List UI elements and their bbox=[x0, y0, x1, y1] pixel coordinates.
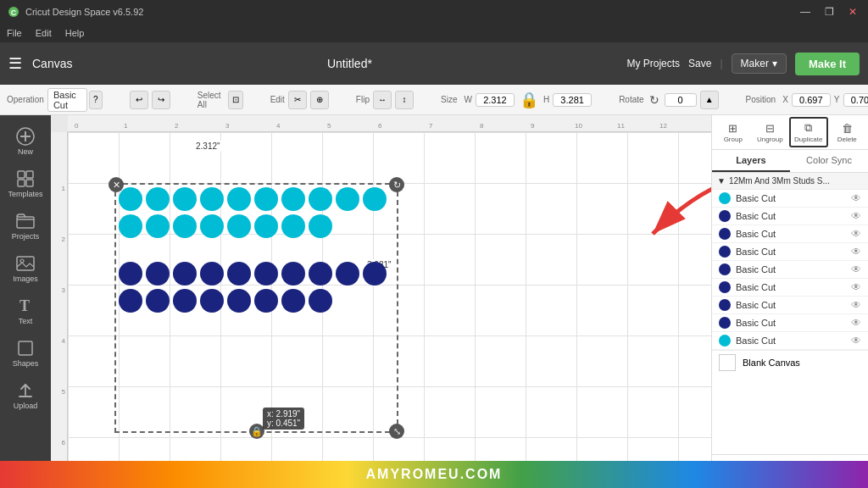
my-projects-button[interactable]: My Projects bbox=[626, 58, 680, 69]
sidebar-upload-label: Upload bbox=[14, 402, 38, 410]
dim-width-label: 2.312" bbox=[193, 141, 223, 152]
flip-v-button[interactable]: ↕ bbox=[395, 91, 414, 109]
delete-button[interactable]: 🗑 Delete bbox=[830, 119, 865, 146]
size-label: Size bbox=[441, 95, 457, 104]
upload-icon bbox=[16, 381, 35, 400]
layer-item-6[interactable]: Basic Cut 👁 bbox=[712, 297, 868, 314]
make-it-button[interactable]: Make It bbox=[795, 53, 860, 75]
ruler-h-0: 0 bbox=[75, 122, 78, 130]
dot-navy-3-7 bbox=[281, 262, 305, 286]
sidebar-item-text[interactable]: T Text bbox=[3, 291, 47, 330]
ungroup-button[interactable]: ⊟ Ungroup bbox=[753, 119, 788, 146]
minimize-button[interactable]: — bbox=[797, 3, 814, 20]
redo-button[interactable]: ↪ bbox=[152, 91, 170, 109]
canvas-grid: 2.312" 3.281" ✕ ↻ ⤡ 🔒 bbox=[68, 132, 711, 488]
layer-eye-2[interactable]: 👁 bbox=[851, 228, 861, 240]
width-input[interactable] bbox=[476, 93, 515, 107]
layer-name-5: Basic Cut bbox=[736, 282, 846, 292]
layer-name-8: Basic Cut bbox=[736, 336, 846, 346]
menu-file[interactable]: File bbox=[7, 28, 22, 38]
lock-handle[interactable]: 🔒 bbox=[249, 424, 264, 439]
operation-group: Operation Basic Cut ? bbox=[7, 88, 103, 112]
dot-navy-4-3 bbox=[173, 289, 197, 313]
svg-rect-7 bbox=[18, 180, 25, 186]
ruler-h-10: 10 bbox=[575, 122, 582, 130]
dot-cyan-1-6 bbox=[254, 187, 278, 211]
w-label: W bbox=[464, 95, 471, 104]
rotate-input[interactable] bbox=[665, 93, 697, 107]
layer-item-1[interactable]: Basic Cut 👁 bbox=[712, 208, 868, 225]
duplicate-button[interactable]: ⧉ Duplicate bbox=[789, 117, 828, 147]
flip-label: Flip bbox=[356, 95, 370, 104]
sidebar-item-shapes[interactable]: Shapes bbox=[3, 334, 47, 373]
undo-button[interactable]: ↩ bbox=[130, 91, 148, 109]
x-input[interactable] bbox=[792, 93, 831, 107]
dot-navy-3-2 bbox=[146, 262, 170, 286]
sidebar-item-upload[interactable]: Upload bbox=[3, 376, 47, 415]
layer-eye-3[interactable]: 👁 bbox=[851, 246, 861, 258]
ruler-h-1: 1 bbox=[124, 122, 127, 130]
layer-eye-7[interactable]: 👁 bbox=[851, 317, 861, 329]
layer-eye-0[interactable]: 👁 bbox=[851, 192, 861, 204]
layer-item-0[interactable]: Basic Cut 👁 bbox=[712, 190, 868, 208]
select-all-label: Select All bbox=[198, 91, 225, 109]
sidebar-item-projects[interactable]: Projects bbox=[3, 207, 47, 246]
rotate-step[interactable]: ▲ bbox=[700, 91, 719, 109]
top-toolbar: ☰ Canvas Untitled* My Projects Save | Ma… bbox=[0, 42, 868, 85]
circle-row-2 bbox=[119, 214, 387, 238]
dot-navy-4-7 bbox=[281, 289, 305, 313]
close-button[interactable]: ✕ bbox=[844, 3, 861, 20]
layer-item-5[interactable]: Basic Cut 👁 bbox=[712, 279, 868, 297]
operation-value[interactable]: Basic Cut bbox=[47, 88, 87, 112]
dot-cyan-1-9 bbox=[336, 187, 359, 211]
dot-navy-4-2 bbox=[146, 289, 170, 313]
layer-eye-5[interactable]: 👁 bbox=[851, 281, 861, 293]
dot-navy-3-1 bbox=[119, 262, 142, 286]
sidebar-item-templates[interactable]: Templates bbox=[3, 164, 47, 203]
maker-dropdown[interactable]: Maker ▾ bbox=[732, 53, 787, 74]
position-label: Position bbox=[746, 95, 776, 104]
tab-color-sync[interactable]: Color Sync bbox=[790, 150, 868, 172]
ruler-v-6: 6 bbox=[62, 439, 65, 446]
layer-eye-8[interactable]: 👁 bbox=[851, 335, 861, 347]
rotate-handle[interactable]: ↻ bbox=[389, 177, 404, 192]
layer-item-2[interactable]: Basic Cut 👁 bbox=[712, 225, 868, 243]
edit-button[interactable]: ✂ bbox=[288, 91, 307, 109]
layer-eye-6[interactable]: 👁 bbox=[851, 299, 861, 311]
layer-item-8[interactable]: Basic Cut 👁 bbox=[712, 332, 868, 350]
maximize-button[interactable]: ❐ bbox=[821, 3, 837, 20]
ruler-v-4: 4 bbox=[62, 337, 65, 345]
sidebar-item-new[interactable]: New bbox=[3, 122, 47, 161]
layer-dot-5 bbox=[719, 281, 731, 293]
group-collapse-icon[interactable]: ▼ bbox=[717, 176, 726, 186]
dot-navy-3-3 bbox=[173, 262, 197, 286]
dot-navy-3-10 bbox=[363, 262, 387, 286]
sidebar-item-images[interactable]: Images bbox=[3, 249, 47, 288]
save-button[interactable]: Save bbox=[688, 58, 711, 69]
hamburger-menu[interactable]: ☰ bbox=[8, 54, 22, 73]
layers-list: ▼ 12Mm And 3Mm Studs S... Basic Cut 👁 Ba… bbox=[712, 173, 868, 454]
group-button[interactable]: ⊞ Group bbox=[715, 119, 751, 146]
edit-button2[interactable]: ⊕ bbox=[310, 91, 329, 109]
scale-handle[interactable]: ⤡ bbox=[389, 424, 404, 439]
operation-label: Operation bbox=[7, 95, 44, 104]
svg-rect-6 bbox=[26, 171, 33, 178]
tab-layers[interactable]: Layers bbox=[712, 150, 790, 172]
menubar: File Edit Help bbox=[0, 24, 868, 42]
layer-item-3[interactable]: Basic Cut 👁 bbox=[712, 243, 868, 261]
layer-item-4[interactable]: Basic Cut 👁 bbox=[712, 261, 868, 279]
y-input[interactable] bbox=[843, 93, 868, 107]
canvas-area[interactable]: 0 1 2 3 4 5 6 7 8 9 10 11 12 1 2 3 4 5 6… bbox=[51, 115, 711, 488]
svg-rect-10 bbox=[17, 257, 34, 270]
menu-edit[interactable]: Edit bbox=[36, 28, 52, 38]
layer-eye-4[interactable]: 👁 bbox=[851, 263, 861, 275]
svg-rect-8 bbox=[26, 180, 33, 186]
height-input[interactable] bbox=[553, 93, 592, 107]
operation-help[interactable]: ? bbox=[89, 91, 103, 109]
dot-cyan-2-4 bbox=[200, 214, 224, 238]
layer-item-7[interactable]: Basic Cut 👁 bbox=[712, 314, 868, 332]
layer-eye-1[interactable]: 👁 bbox=[851, 210, 861, 222]
menu-help[interactable]: Help bbox=[65, 28, 85, 38]
flip-h-button[interactable]: ↔ bbox=[373, 91, 392, 109]
select-all-button[interactable]: ⊡ bbox=[228, 91, 243, 109]
